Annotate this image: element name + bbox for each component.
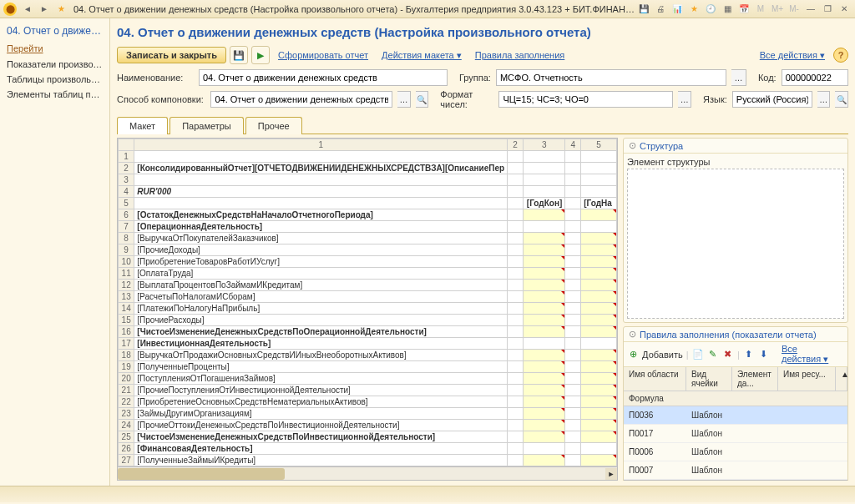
sheet-row[interactable]: 18[ВыручкаОтПродажиОсновныхСредствИИныхВ… — [119, 350, 617, 361]
sheet-row[interactable]: 4RUR'000 — [119, 186, 617, 198]
rules-all-actions[interactable]: Все действия ▾ — [777, 344, 844, 365]
up-icon[interactable]: ⬆ — [743, 348, 755, 361]
group-input[interactable] — [496, 69, 726, 86]
sidebar-item-0[interactable]: Показатели произвольны... — [0, 57, 109, 72]
spreadsheet[interactable]: 1234512[КонсолидированныйОтчет][ОТЧЕТОДВ… — [117, 138, 618, 481]
fav-icon[interactable]: ★ — [53, 3, 68, 16]
edit-icon[interactable]: ✎ — [707, 348, 719, 361]
sheet-row[interactable]: 21[ПрочиеПоступленияОтИнвестиционнойДеят… — [119, 385, 617, 396]
layout-actions-link[interactable]: Действия макета ▾ — [377, 50, 467, 61]
tool-calc-icon[interactable]: 📊 — [670, 3, 685, 16]
sheet-row[interactable]: 27[ПолученныеЗаймыИКредиты] — [119, 455, 617, 466]
sheet-row[interactable]: 17[ИнвестиционнаяДеятельность] — [119, 338, 617, 350]
mem-m[interactable]: M — [753, 3, 768, 16]
sheet-row[interactable]: 10[ПриобретениеТоваровРаботИУслуг] — [119, 256, 617, 268]
page-title: 04. Отчет о движении денежных средств (Н… — [117, 23, 848, 46]
statusbar — [0, 486, 855, 502]
sidebar-section[interactable]: Перейти — [0, 40, 109, 57]
sidebar-item-1[interactable]: Таблицы произвольных о... — [0, 72, 109, 87]
sheet-row[interactable]: 5[ГодКон][ГодНа — [119, 198, 617, 209]
sheet-row[interactable]: 15[ПрочиеРасходы] — [119, 315, 617, 326]
tool-grid-icon[interactable]: ▦ — [720, 3, 735, 16]
sheet-row[interactable]: 19[ПолученныеПроценты] — [119, 361, 617, 373]
sheet-row[interactable]: 8[ВыручкаОтПокупателейЗаказчиков] — [119, 233, 617, 244]
lang-input[interactable] — [732, 91, 812, 108]
delete-icon[interactable]: ✖ — [722, 348, 734, 361]
win-min[interactable]: — — [803, 3, 818, 16]
layout-input[interactable] — [210, 91, 392, 108]
app-icon: ⬤ — [3, 3, 17, 16]
sheet-row[interactable]: 24[ПрочиеОттокиДенежныхСредствПоИнвестиц… — [119, 420, 617, 431]
sheet-row[interactable]: 14[ПлатежиПоНалогуНаПрибыль] — [119, 303, 617, 315]
sheet-row[interactable]: 16[ЧистоеИзменениеДенежныхСредствПоОпера… — [119, 326, 617, 338]
sheet-row[interactable]: 22[ПриобретениеОсновныхСредствНематериал… — [119, 396, 617, 408]
numfmt-label: Формат чисел: — [440, 89, 493, 109]
structure-tree[interactable] — [627, 169, 844, 319]
scroll-thumb[interactable] — [118, 468, 285, 480]
sheet-row[interactable]: 9[ПрочиеДоходы] — [119, 244, 617, 256]
tool-print-icon[interactable]: 🖨 — [653, 3, 668, 16]
sheet-row[interactable]: 26[ФинансоваяДеятельность] — [119, 443, 617, 455]
code-label: Код: — [758, 73, 777, 83]
collapse-icon[interactable]: ⊙ — [629, 140, 636, 151]
down-icon[interactable]: ⬇ — [758, 348, 770, 361]
tab-layout[interactable]: Макет — [117, 117, 168, 134]
save-close-button[interactable]: Записать и закрыть — [117, 47, 226, 63]
sidebar-item-2[interactable]: Элементы таблиц произв... — [0, 87, 109, 102]
mem-mminus[interactable]: M- — [787, 3, 802, 16]
sheet-row[interactable]: 7[ОперационнаяДеятельность] — [119, 221, 617, 233]
save-icon[interactable]: 💾 — [230, 46, 248, 64]
sheet-row[interactable]: 23[ЗаймыДругимОрганизациям] — [119, 408, 617, 420]
layout-search-icon[interactable]: 🔍 — [416, 91, 429, 108]
rules-scroll-up[interactable]: ▲ — [836, 367, 847, 391]
rules-row[interactable]: П0007Шаблон — [624, 461, 847, 480]
sidebar: 04. Отчет о движении... Перейти Показате… — [0, 18, 110, 486]
titlebar: ⬤ ◄ ► ★ 04. Отчет о движении денежных ср… — [0, 0, 855, 18]
form-report-link[interactable]: Сформировать отчет — [273, 50, 373, 60]
h-scrollbar[interactable]: ◄ ► — [118, 466, 617, 480]
sheet-row[interactable]: 1 — [119, 151, 617, 163]
tool-cal-icon[interactable]: 📅 — [736, 3, 751, 16]
tab-other[interactable]: Прочее — [245, 117, 302, 134]
sheet-row[interactable]: 25[ЧистоеИзменениеДенежныхСредствПоИнвес… — [119, 431, 617, 443]
tab-params[interactable]: Параметры — [169, 117, 244, 134]
help-icon[interactable]: ? — [833, 48, 848, 63]
sheet-row[interactable]: 6[ОстатокДенежныхСредствНаНачалоОтчетног… — [119, 209, 617, 221]
run-icon[interactable]: ▶ — [251, 46, 270, 64]
rules-h-scrollbar[interactable]: ◄ ► — [624, 480, 847, 481]
fill-rules-link[interactable]: Правила заполнения — [470, 50, 570, 60]
numfmt-input[interactable] — [498, 91, 673, 108]
win-close[interactable]: ✕ — [837, 3, 852, 16]
structure-label: Элемент структуры — [627, 157, 844, 167]
copy-icon[interactable]: 📄 — [692, 348, 704, 361]
sheet-row[interactable]: 3 — [119, 174, 617, 186]
all-actions-link[interactable]: Все действия ▾ — [755, 50, 830, 61]
lang-search-icon[interactable]: 🔍 — [835, 91, 848, 108]
sheet-row[interactable]: 20[ПоступленияОтПогашенияЗаймов] — [119, 373, 617, 385]
sheet-row[interactable]: 11[ОплатаТруда] — [119, 268, 617, 280]
numfmt-picker[interactable]: … — [678, 91, 691, 108]
mem-mplus[interactable]: M+ — [770, 3, 785, 16]
win-max[interactable]: ❐ — [820, 3, 835, 16]
tool-save-icon[interactable]: 💾 — [636, 3, 651, 16]
layout-picker[interactable]: … — [397, 91, 411, 108]
scroll-right-icon[interactable]: ► — [605, 468, 617, 480]
tool-star-icon[interactable]: ★ — [686, 3, 701, 16]
rules-row[interactable]: П0006Шаблон — [624, 443, 847, 461]
sheet-row[interactable]: 12[ВыплатаПроцентовПоЗаймамИКредитам] — [119, 280, 617, 291]
lang-picker[interactable]: … — [817, 91, 831, 108]
sheet-row[interactable]: 2[КонсолидированныйОтчет][ОТЧЕТОДВИЖЕНИИ… — [119, 163, 617, 174]
rules-row[interactable]: П0017Шаблон — [624, 425, 847, 443]
name-input[interactable] — [199, 69, 448, 86]
sheet-row[interactable]: 13[РасчетыПоНалогамИСборам] — [119, 291, 617, 303]
group-picker[interactable]: … — [731, 69, 746, 86]
add-button[interactable]: Добавить — [642, 350, 683, 360]
rules-row[interactable]: П0036Шаблон — [624, 406, 847, 425]
tool-clock-icon[interactable]: 🕘 — [703, 3, 718, 16]
nav-back[interactable]: ◄ — [20, 3, 35, 16]
layout-label: Способ компоновки: — [117, 94, 205, 104]
nav-fwd[interactable]: ► — [37, 3, 52, 16]
collapse-icon[interactable]: ⊙ — [629, 329, 636, 340]
code-input[interactable] — [782, 69, 848, 86]
add-icon[interactable]: ⊕ — [627, 348, 639, 361]
